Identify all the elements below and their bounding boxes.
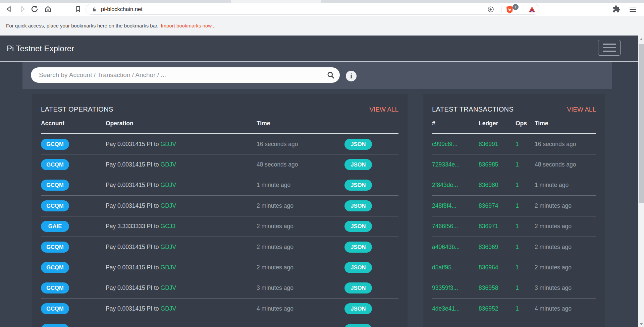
operation-target-link[interactable]: GDJV: [161, 284, 176, 291]
account-button[interactable]: GCQM: [41, 324, 69, 327]
ledger-link[interactable]: 836974: [479, 202, 516, 209]
operation-text: Pay 0.0031415 PI toGDJV: [106, 141, 257, 148]
operation-target-link[interactable]: GCJ3: [161, 223, 176, 230]
page-scrollbar[interactable]: [638, 36, 644, 327]
ledger-link[interactable]: 836964: [479, 264, 516, 271]
operations-table-header: Account Operation Time: [41, 113, 398, 134]
json-button[interactable]: JSON: [344, 139, 372, 150]
table-row: 2f843de... 836980 1 1 minute ago: [432, 175, 596, 196]
account-button[interactable]: GCQM: [41, 180, 69, 191]
scrollbar-thumb[interactable]: [639, 44, 644, 203]
ledger-link[interactable]: 836991: [479, 141, 516, 148]
operation-text: Pay 0.0031415 PI toGDJV: [106, 305, 257, 312]
ledger-link[interactable]: 836980: [479, 182, 516, 189]
transaction-time: 2 minutes ago: [535, 223, 596, 230]
transaction-hash-link[interactable]: 248f8f4...: [432, 202, 479, 209]
operation-time: 2 minutes ago: [257, 223, 344, 230]
reload-icon[interactable]: [30, 5, 39, 13]
search-icon[interactable]: [326, 71, 335, 79]
json-button[interactable]: JSON: [344, 324, 372, 327]
transaction-hash-link[interactable]: a40643b...: [432, 244, 479, 251]
operations-title: LATEST OPERATIONS: [41, 106, 113, 113]
transactions-view-all-link[interactable]: VIEW ALL: [567, 106, 596, 113]
bookmarks-hint: For quick access, place your bookmarks h…: [6, 23, 158, 28]
operation-time: 4 minutes ago: [257, 305, 344, 312]
json-button[interactable]: JSON: [344, 200, 372, 211]
json-button[interactable]: JSON: [344, 262, 372, 273]
table-row: d5aff95... 836964 1 2 minutes ago: [432, 257, 596, 278]
extensions-puzzle-icon[interactable]: [612, 5, 621, 13]
table-row: GCQM Pay 0.0031415 PI toGDJV 48 seconds …: [41, 154, 398, 175]
ledger-link[interactable]: 836958: [479, 284, 516, 291]
transaction-time: 4 minutes ago: [535, 305, 596, 312]
url-text[interactable]: pi-blockchain.net: [101, 6, 143, 12]
transaction-time: 2 minutes ago: [535, 264, 596, 271]
operation-target-link[interactable]: GDJV: [161, 202, 176, 209]
zoom-plus-icon[interactable]: [487, 6, 494, 13]
transaction-hash-link[interactable]: 729334e...: [432, 161, 479, 168]
json-button[interactable]: JSON: [344, 180, 372, 191]
table-row: GCQM Pay 0.0031415 PI toGDJV 1 minute ag…: [41, 175, 398, 196]
account-button[interactable]: GCQM: [41, 262, 69, 273]
lock-icon[interactable]: [92, 7, 97, 12]
ops-count: 1: [516, 223, 535, 230]
search-input[interactable]: [39, 67, 314, 83]
column-ledger: Ledger: [479, 120, 516, 127]
brave-rewards-icon[interactable]: [528, 5, 536, 13]
browser-menu-icon[interactable]: [630, 7, 636, 12]
json-button[interactable]: JSON: [344, 242, 372, 253]
json-button[interactable]: JSON: [344, 159, 372, 170]
transaction-hash-link[interactable]: 93359f3...: [432, 284, 479, 291]
page-viewport: Pi Testnet Explorer i LATEST OPERATIONS …: [0, 36, 638, 327]
operation-target-link[interactable]: GDJV: [161, 161, 176, 168]
account-button[interactable]: GCQM: [41, 303, 69, 314]
navbar-toggle-button[interactable]: [598, 40, 621, 56]
transaction-time: 1 minute ago: [535, 182, 596, 189]
operation-target-link[interactable]: GDJV: [161, 264, 176, 271]
account-button[interactable]: GCQM: [41, 159, 69, 170]
operation-time: 3 minutes ago: [257, 284, 344, 291]
scrollbar-down-arrow[interactable]: [638, 321, 644, 327]
address-bar[interactable]: pi-blockchain.net 1: [86, 4, 539, 15]
operation-target-link[interactable]: GDJV: [161, 244, 176, 250]
operation-time: 2 minutes ago: [257, 244, 344, 251]
ops-count: 1: [516, 161, 535, 168]
ops-count: 1: [516, 284, 535, 291]
table-row: 4de3e41... 836952 1 4 minutes ago: [432, 299, 596, 319]
bookmark-icon[interactable]: [74, 5, 83, 13]
json-button[interactable]: JSON: [344, 221, 372, 232]
transaction-hash-link[interactable]: 4de3e41...: [432, 305, 479, 312]
transaction-hash-link[interactable]: c999c6f...: [432, 141, 479, 148]
transaction-hash-link[interactable]: 2f843de...: [432, 182, 479, 189]
operation-target-link[interactable]: GDJV: [161, 305, 176, 312]
json-button[interactable]: JSON: [344, 282, 372, 293]
ledger-link[interactable]: 836969: [479, 244, 516, 251]
json-button[interactable]: JSON: [344, 303, 372, 314]
browser-toolbar: pi-blockchain.net 1: [0, 3, 644, 16]
forward-icon[interactable]: [18, 5, 27, 13]
back-icon[interactable]: [5, 5, 13, 13]
transaction-time: 3 minutes ago: [535, 284, 596, 291]
ledger-link[interactable]: 836971: [479, 223, 516, 230]
ledger-link[interactable]: 836985: [479, 161, 516, 168]
account-button[interactable]: GCQM: [41, 139, 69, 150]
account-button[interactable]: GCQM: [41, 282, 69, 293]
transaction-time: 2 minutes ago: [535, 244, 596, 251]
ledger-link[interactable]: 836952: [479, 305, 516, 312]
account-button[interactable]: GAIE: [41, 221, 69, 232]
home-icon[interactable]: [44, 5, 52, 13]
table-row: 248f8f4... 836974 1 2 minutes ago: [432, 196, 596, 216]
page-title: Pi Testnet Explorer: [7, 44, 74, 53]
info-icon[interactable]: i: [346, 71, 357, 81]
transaction-hash-link[interactable]: 7466f56...: [432, 223, 479, 230]
scrollbar-up-arrow[interactable]: [638, 36, 644, 42]
account-button[interactable]: GCQM: [41, 200, 69, 211]
operation-target-link[interactable]: GDJV: [161, 141, 176, 147]
import-bookmarks-link[interactable]: Import bookmarks now...: [161, 23, 215, 28]
account-button[interactable]: GCQM: [41, 242, 69, 253]
ops-count: 1: [516, 182, 535, 189]
operations-view-all-link[interactable]: VIEW ALL: [369, 106, 398, 113]
operation-target-link[interactable]: GDJV: [161, 182, 176, 188]
transaction-hash-link[interactable]: d5aff95...: [432, 264, 479, 271]
table-row: GCQM Pay 0.0031415 PI toGDJV 16 seconds …: [41, 134, 398, 154]
